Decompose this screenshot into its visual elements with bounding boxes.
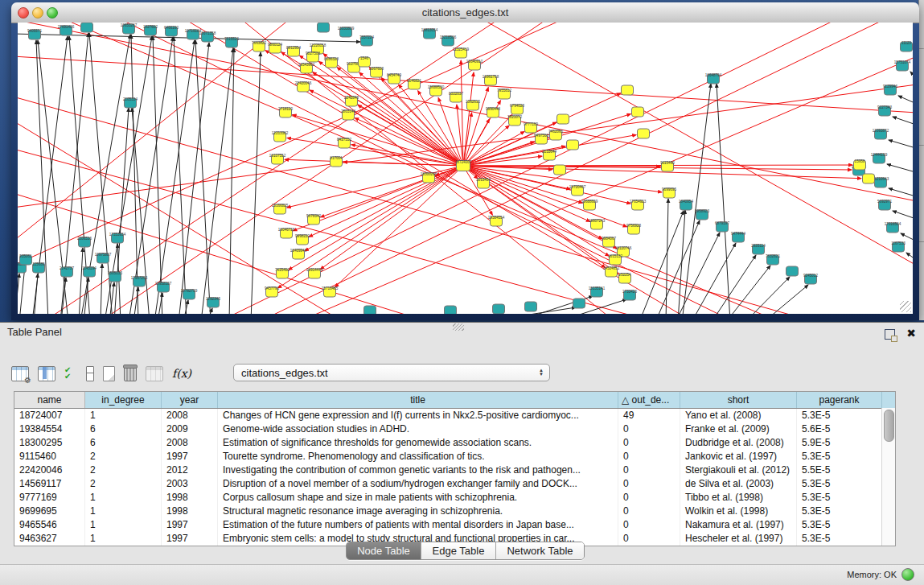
node-label: 9405571 [27, 29, 42, 33]
node-label: 15751074 [894, 60, 911, 64]
cell-name: 19384554 [14, 422, 85, 436]
table-row[interactable]: 2242004622012Investigating the contribut… [14, 463, 895, 477]
window-resize-grip[interactable] [900, 301, 911, 312]
node[interactable] [81, 23, 93, 32]
checkmarks-icon[interactable]: ✔✔ [64, 366, 77, 381]
float-panel-icon[interactable] [885, 329, 895, 340]
edge [463, 72, 474, 166]
cell-year: 1998 [162, 491, 218, 505]
node-label: 8454749 [387, 73, 401, 77]
edge [309, 166, 463, 237]
column-header-title[interactable]: title [218, 392, 618, 408]
memory-status-icon [901, 568, 914, 581]
tab-network-table[interactable]: Network Table [496, 542, 584, 559]
edge [101, 264, 102, 314]
panel-splitter-grip[interactable] [453, 323, 464, 331]
node-label: 18813054 [421, 28, 438, 32]
node-label: 16648794 [705, 73, 722, 77]
edge [887, 164, 913, 173]
node-label: 1362615 [466, 100, 480, 104]
node-label: 15688520 [428, 85, 445, 89]
node-label: 1733426 [622, 290, 637, 294]
node[interactable] [638, 129, 650, 138]
edge [229, 48, 234, 314]
edge [18, 56, 913, 113]
table-row[interactable]: 1938455462009Genome-wide association stu… [14, 422, 895, 436]
node-label: 9777169 [524, 122, 538, 126]
tab-node-table[interactable]: Node Table [347, 542, 421, 559]
edge [114, 108, 129, 314]
node-label: 6466160 [164, 26, 179, 30]
node[interactable] [786, 266, 799, 276]
node-label: 16046738 [278, 228, 295, 232]
table-row[interactable]: 969969511998Structural magnetic resonanc… [14, 505, 895, 518]
vertical-scrollbar[interactable] [881, 408, 895, 546]
cell-in_degree: 1 [85, 491, 162, 505]
column-header-in_degree[interactable]: in_degree [85, 392, 162, 408]
cell-out_degree: 0 [618, 532, 680, 546]
node-label: 1527602 [143, 25, 158, 29]
node[interactable] [525, 302, 537, 311]
edge [717, 84, 730, 314]
network-canvas[interactable]: 9405571276914061065328715276026466160107… [18, 23, 913, 314]
node[interactable] [445, 306, 457, 314]
node-label: 5692971 [877, 200, 892, 204]
node-label: 18807243 [589, 219, 606, 223]
trash-icon[interactable] [124, 366, 137, 381]
node[interactable] [318, 23, 330, 32]
node-label: 10975887 [95, 253, 112, 257]
column-header-short[interactable]: short [680, 392, 797, 408]
node-label: 15716485 [322, 286, 339, 290]
table-row[interactable]: 1830029562008Estimation of significance … [14, 436, 895, 450]
node-label: 7632621 [766, 254, 780, 258]
table-row[interactable]: 1872400712008Changes of HCN gene express… [14, 409, 895, 422]
column-header-name[interactable]: name [14, 392, 85, 408]
scrollbar-thumb[interactable] [884, 410, 894, 442]
node[interactable] [632, 107, 644, 117]
close-panel-icon[interactable]: ✖ [906, 327, 916, 340]
table-column-icon[interactable] [38, 366, 55, 381]
cell-year: 2008 [162, 409, 218, 422]
import-table-icon [146, 366, 163, 381]
rows-icon[interactable] [86, 366, 94, 381]
node[interactable] [493, 304, 505, 314]
node[interactable] [567, 140, 579, 150]
node[interactable] [622, 85, 634, 95]
cell-title: Disruption of a novel member of a sodium… [218, 477, 618, 491]
tab-edge-table[interactable]: Edge Table [421, 542, 496, 559]
cell-year: 1997 [162, 518, 218, 532]
node-label: 1167533 [891, 241, 906, 245]
function-icon[interactable]: f(x) [172, 367, 191, 380]
node-label: 2105334 [123, 97, 138, 101]
table-row[interactable]: 946554611997Estimation of the future num… [14, 518, 895, 532]
node-label: 15166825 [272, 204, 289, 208]
table-selector-dropdown[interactable]: citations_edges.txt ▲▼ [233, 364, 550, 381]
cell-in_degree: 1 [85, 518, 162, 532]
column-header-out_degree[interactable]: △ out_de... [618, 392, 680, 408]
node-label: 15958 [855, 159, 865, 163]
node-label: 9129946 [883, 84, 897, 89]
table-row[interactable]: 911546021997Tourette syndrome. Phenomeno… [14, 450, 895, 463]
node[interactable] [364, 306, 376, 314]
cell-year: 2008 [162, 436, 218, 450]
node[interactable] [863, 174, 875, 183]
new-document-icon[interactable] [103, 366, 115, 381]
network-window-titlebar[interactable]: citations_edges.txt [11, 2, 919, 23]
node-label: 5678342 [306, 214, 321, 218]
node[interactable] [554, 165, 566, 175]
table-settings-icon[interactable]: ⚙ [11, 366, 29, 381]
table-row[interactable]: 977716911998Corpus callosum shape and si… [14, 491, 895, 505]
node[interactable] [557, 114, 569, 124]
node[interactable] [573, 299, 585, 308]
cell-pagerank: 5.6E-5 [797, 422, 882, 436]
column-header-year[interactable]: year [162, 392, 218, 408]
column-header-pagerank[interactable]: pagerank [797, 392, 882, 408]
cell-in_degree: 6 [85, 422, 162, 436]
cell-name: 18724007 [14, 409, 85, 422]
table-row[interactable]: 1456911722003Disruption of a novel membe… [14, 477, 895, 491]
edge [889, 188, 913, 197]
cell-pagerank: 5.5E-5 [797, 463, 882, 477]
edge [655, 220, 700, 314]
node-label: 9699695 [662, 187, 676, 192]
network-graph[interactable]: 9405571276914061065328715276026466160107… [18, 23, 913, 314]
